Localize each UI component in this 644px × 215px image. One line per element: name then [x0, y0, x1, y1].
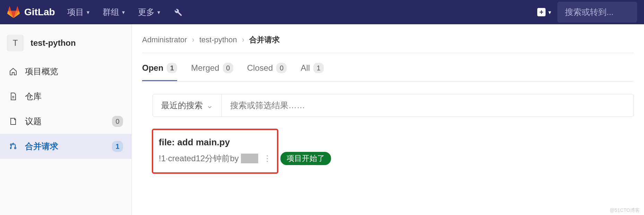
sidebar-item-merge-requests[interactable]: 合并请求 1 — [0, 134, 131, 159]
chevron-right-icon: › — [242, 35, 244, 44]
breadcrumb: Administrator › test-python › 合并请求 — [142, 35, 634, 53]
home-icon — [8, 67, 18, 76]
nav-more[interactable]: 更多 ▾ — [138, 7, 160, 18]
new-button[interactable]: + ▾ — [537, 8, 551, 16]
tanuki-icon — [7, 6, 20, 19]
breadcrumb-link[interactable]: Administrator — [142, 35, 187, 44]
chevron-down-icon: ▾ — [122, 9, 125, 16]
top-navbar: GitLab 项目 ▾ 群组 ▾ 更多 ▾ + ▾ 搜索或转到... — [0, 0, 644, 24]
tab-merged[interactable]: Merged 0 — [191, 63, 233, 81]
nav-groups[interactable]: 群组 ▾ — [103, 7, 125, 18]
project-header[interactable]: T test-python — [0, 31, 131, 59]
watermark: @51CTO博客 — [610, 207, 640, 214]
chevron-down-icon: ⌄ — [206, 101, 213, 110]
main-content: Administrator › test-python › 合并请求 Open … — [132, 24, 644, 215]
sidebar-item-overview[interactable]: 项目概览 — [0, 59, 131, 84]
dots-icon: ⋮ — [263, 154, 271, 163]
wrench-icon — [173, 8, 182, 17]
file-icon — [8, 92, 18, 101]
tab-open[interactable]: Open 1 — [142, 63, 177, 81]
merge-icon — [8, 142, 18, 150]
filter-bar: 最近的搜索 ⌄ — [153, 94, 634, 117]
project-name: test-python — [31, 38, 76, 48]
chevron-down-icon: ▾ — [87, 9, 89, 16]
sidebar-item-label: 议题 — [25, 116, 42, 127]
author-redacted — [241, 154, 258, 163]
doc-icon — [8, 117, 18, 126]
tab-all[interactable]: All 1 — [301, 63, 324, 81]
tab-closed[interactable]: Closed 0 — [247, 63, 287, 81]
filter-search-input[interactable] — [222, 94, 633, 117]
count-badge: 0 — [223, 63, 233, 73]
sidebar-item-label: 项目概览 — [25, 66, 58, 77]
nav-projects[interactable]: 项目 ▾ — [67, 7, 89, 18]
project-avatar: T — [7, 35, 24, 51]
global-search[interactable]: 搜索或转到... — [557, 2, 637, 23]
breadcrumb-current: 合并请求 — [249, 35, 280, 45]
mr-count-badge: 1 — [112, 141, 123, 152]
navbar-right: + ▾ 搜索或转到... — [537, 2, 637, 23]
count-badge: 0 — [276, 63, 287, 73]
breadcrumb-link[interactable]: test-python — [199, 35, 237, 44]
sidebar-item-repository[interactable]: 仓库 — [0, 84, 131, 109]
mr-title[interactable]: file: add main.py — [159, 135, 627, 148]
mr-time: 12分钟前 — [196, 153, 230, 164]
brand-text: GitLab — [24, 7, 55, 18]
gitlab-logo[interactable]: GitLab — [7, 6, 55, 19]
mr-state-tabs: Open 1 Merged 0 Closed 0 All 1 — [142, 63, 634, 81]
count-badge: 1 — [313, 63, 324, 73]
recent-searches-dropdown[interactable]: 最近的搜索 ⌄ — [153, 94, 222, 117]
count-badge: 1 — [167, 63, 177, 73]
project-sidebar: T test-python 项目概览 仓库 议题 0 — [0, 24, 132, 215]
mr-meta: !1 · created 12分钟前 by ⋮ 项目开始了 — [159, 152, 627, 165]
nav-admin-wrench[interactable] — [173, 8, 182, 17]
chevron-down-icon: ▾ — [157, 9, 160, 16]
sidebar-item-label: 合并请求 — [25, 141, 58, 152]
merge-request-item[interactable]: file: add main.py !1 · created 12分钟前 by … — [153, 129, 634, 171]
issues-count-badge: 0 — [112, 116, 123, 127]
navbar-menu: 项目 ▾ 群组 ▾ 更多 ▾ — [67, 7, 195, 18]
chevron-right-icon: › — [192, 35, 194, 44]
sidebar-item-label: 仓库 — [25, 91, 42, 102]
chevron-down-icon: ▾ — [548, 9, 551, 16]
mr-label-badge[interactable]: 项目开始了 — [280, 152, 331, 165]
sidebar-item-issues[interactable]: 议题 0 — [0, 109, 131, 134]
mr-id: !1 — [159, 154, 166, 163]
plus-icon: + — [537, 8, 546, 16]
